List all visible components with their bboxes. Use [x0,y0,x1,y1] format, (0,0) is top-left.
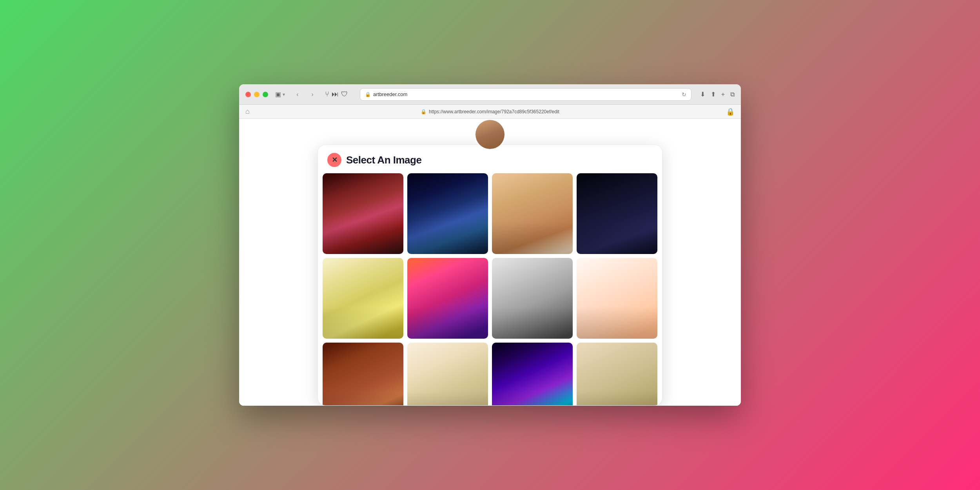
url-text: artbreeder.com [373,91,407,97]
peeking-avatar [474,119,506,150]
portrait-4 [577,173,657,254]
image-grid [318,173,662,406]
toolbar-right: ⬇ ⬆ + ⧉ [700,91,735,98]
portrait-2 [407,173,488,254]
page-lock-icon: 🔒 [726,107,735,116]
image-cell-1[interactable] [323,173,403,254]
close-traffic-light[interactable] [245,92,251,97]
portrait-7 [492,258,573,339]
back-button[interactable]: ‹ [292,89,303,100]
main-content: ✕ Select An Image [239,119,741,406]
url-lock-icon: 🔒 [421,109,426,114]
bookmark-icon[interactable]: ⑂ [325,90,329,98]
modal-dialog: ✕ Select An Image [318,145,662,406]
full-url-display: 🔒 https://www.artbreeder.com/image/792a7… [421,109,559,114]
title-bar: ▣ ▾ ‹ › ⑂ ⏭ 🛡 🔒 artbreeder.com ↻ ⬇ ⬆ + ⧉ [239,84,741,105]
modal-title: Select An Image [346,154,421,166]
image-cell-11[interactable] [492,343,573,406]
image-cell-2[interactable] [407,173,488,254]
portrait-6 [407,258,488,339]
close-icon: ✕ [332,156,338,164]
portrait-9 [323,343,403,406]
modal-backdrop: ✕ Select An Image [239,119,741,406]
address-lock-icon: 🔒 [365,92,371,97]
image-cell-6[interactable] [407,258,488,339]
portrait-8 [577,258,657,339]
forward-skip-icon[interactable]: ⏭ [332,90,339,98]
image-cell-8[interactable] [577,258,657,339]
portrait-5 [323,258,403,339]
image-cell-12[interactable] [577,343,657,406]
image-cell-9[interactable] [323,343,403,406]
traffic-lights [245,92,268,97]
secondary-bar: ⌂ 🔒 https://www.artbreeder.com/image/792… [239,105,741,119]
portrait-10 [407,343,488,406]
browser-nav-icons: ⑂ ⏭ 🛡 [325,90,348,98]
image-cell-3[interactable] [492,173,573,254]
portrait-12 [577,343,657,406]
full-url-text: https://www.artbreeder.com/image/792a7cd… [429,109,559,114]
download-button[interactable]: ⬇ [700,91,705,98]
home-button[interactable]: ⌂ [245,107,250,116]
forward-button[interactable]: › [307,89,318,100]
sidebar-icon: ▣ [275,91,281,98]
tab-overview-button[interactable]: ⧉ [730,91,735,98]
minimize-traffic-light[interactable] [254,92,260,97]
portrait-1 [323,173,403,254]
refresh-button[interactable]: ↻ [682,91,686,98]
share-button[interactable]: ⬆ [711,91,716,98]
image-cell-4[interactable] [577,173,657,254]
image-cell-10[interactable] [407,343,488,406]
browser-window: ▣ ▾ ‹ › ⑂ ⏭ 🛡 🔒 artbreeder.com ↻ ⬇ ⬆ + ⧉… [239,84,741,406]
address-bar[interactable]: 🔒 artbreeder.com ↻ [360,88,691,101]
fullscreen-traffic-light[interactable] [263,92,268,97]
image-cell-7[interactable] [492,258,573,339]
portrait-3 [492,173,573,254]
close-modal-button[interactable]: ✕ [327,153,341,167]
new-tab-button[interactable]: + [721,91,725,98]
sidebar-chevron: ▾ [283,92,285,97]
image-cell-5[interactable] [323,258,403,339]
shield-icon[interactable]: 🛡 [341,90,348,98]
sidebar-toggle[interactable]: ▣ ▾ [275,91,285,98]
portrait-11 [492,343,573,406]
